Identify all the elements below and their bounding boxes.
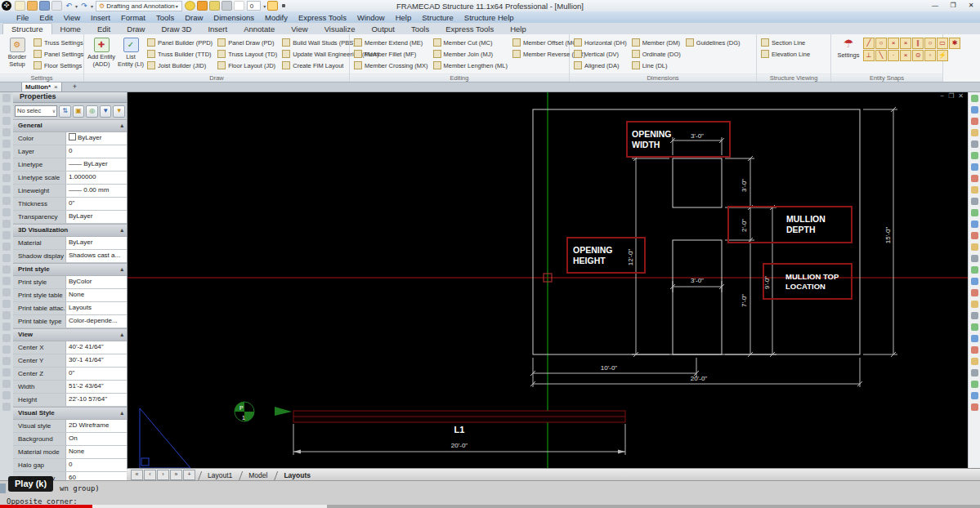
ribbon-tab[interactable]: Draw bbox=[119, 24, 153, 34]
snap-icon[interactable]: × bbox=[900, 38, 911, 49]
close-document-icon[interactable]: × bbox=[54, 82, 58, 91]
mdi-close-icon[interactable]: ✕ bbox=[958, 92, 964, 100]
property-value[interactable]: 51'-2 43/64" bbox=[65, 381, 127, 393]
ribbon-button[interactable]: Member Cut (MC) bbox=[432, 37, 511, 48]
property-value[interactable]: 22'-10 57/64" bbox=[65, 394, 127, 406]
property-value[interactable]: 0 bbox=[65, 145, 127, 158]
ribbon-button[interactable]: Panel Settings bbox=[32, 48, 87, 60]
new-document-tab-button[interactable]: + bbox=[70, 82, 79, 91]
ribbon-tab[interactable]: Help bbox=[502, 24, 535, 34]
menu-item[interactable]: File bbox=[16, 13, 29, 22]
ribbon-button[interactable]: Floor Layout (JD) bbox=[216, 60, 280, 71]
ribbon-button[interactable]: Line (DL) bbox=[630, 60, 684, 71]
command-history-icon[interactable] bbox=[0, 483, 6, 493]
save-icon[interactable] bbox=[39, 1, 50, 11]
plot-icon[interactable] bbox=[51, 1, 62, 11]
ribbon-button[interactable]: Aligned (DA) bbox=[572, 60, 630, 71]
ribbon-button[interactable]: Member Fillet (MF) bbox=[352, 48, 432, 60]
ribbon-button[interactable]: Member Crossing (MX) bbox=[352, 60, 432, 71]
property-value[interactable]: ByLayer bbox=[65, 211, 127, 223]
quick-select-icon[interactable]: ◎ bbox=[86, 105, 98, 118]
undo-icon[interactable]: ↶ bbox=[63, 2, 74, 10]
property-value[interactable]: On bbox=[65, 433, 127, 445]
section-header-3d-visualization[interactable]: 3D Visualization bbox=[13, 224, 127, 237]
lock-icon[interactable] bbox=[222, 1, 232, 11]
property-row[interactable]: Layer0 bbox=[13, 145, 127, 158]
right-toolbar[interactable] bbox=[968, 91, 980, 471]
property-row[interactable]: Linetype—— ByLayer bbox=[13, 158, 127, 172]
property-row[interactable]: Center Y30'-1 41/64" bbox=[13, 354, 127, 368]
layer-selector[interactable]: 0 bbox=[247, 1, 261, 11]
section-header-print-style[interactable]: Print style bbox=[13, 263, 127, 276]
property-row[interactable]: ColorByLayer bbox=[13, 132, 127, 145]
menu-item[interactable]: Structure Help bbox=[464, 13, 514, 22]
command-line-area[interactable]: wn group) Opposite corner: Play (k) bbox=[0, 480, 980, 508]
first-layout-icon[interactable]: « bbox=[131, 470, 143, 480]
snap-icon[interactable]: ◦ bbox=[924, 50, 936, 61]
property-value[interactable]: 40'-2 41/64" bbox=[65, 341, 127, 354]
menu-item[interactable]: Tools bbox=[156, 13, 174, 22]
property-value[interactable]: 2D Wireframe bbox=[65, 420, 127, 432]
minimize-button[interactable]: — bbox=[926, 0, 944, 11]
property-row[interactable]: Print style tableNone bbox=[13, 289, 127, 302]
mdi-minimize-icon[interactable]: − bbox=[940, 92, 944, 100]
snap-icon[interactable]: × bbox=[900, 50, 911, 61]
select-objects-icon[interactable]: ▣ bbox=[73, 105, 85, 118]
property-row[interactable]: Print table typeColor-depende... bbox=[13, 315, 127, 328]
property-row[interactable]: Print table attac...Layouts bbox=[13, 302, 127, 315]
ribbon-button[interactable]: Floor Settings bbox=[32, 60, 87, 71]
property-value[interactable]: ByColor bbox=[65, 276, 127, 288]
property-value[interactable]: Layouts bbox=[65, 302, 127, 314]
border-setup-button[interactable]: ⚙ Border Setup bbox=[2, 36, 32, 68]
ribbon-button[interactable]: Panel Draw (PD) bbox=[216, 37, 280, 48]
section-header-view[interactable]: View bbox=[13, 328, 127, 341]
open-file-icon[interactable] bbox=[27, 1, 38, 11]
ribbon-tab[interactable]: Home bbox=[52, 24, 89, 34]
section-header-visual-style[interactable]: Visual Style bbox=[13, 407, 127, 420]
property-row[interactable]: Height22'-10 57/64" bbox=[13, 394, 127, 407]
snap-icon[interactable]: ⊥ bbox=[863, 50, 875, 61]
add-entity-button[interactable]: ✚ Add Entity (ADD) bbox=[87, 36, 116, 68]
ribbon-tab[interactable]: Annotate bbox=[235, 24, 283, 34]
property-value[interactable]: —— ByLayer bbox=[65, 158, 127, 171]
restore-button[interactable]: ❐ bbox=[944, 0, 962, 11]
property-value[interactable]: Color-depende... bbox=[65, 315, 127, 328]
mdi-restore-icon[interactable]: ❐ bbox=[948, 92, 954, 100]
layout-tab[interactable]: Layouts bbox=[275, 470, 319, 481]
video-progress-played[interactable] bbox=[0, 505, 92, 508]
redo-dropdown-icon[interactable]: ▾ bbox=[91, 3, 93, 9]
ribbon-button[interactable]: Horizontal (DH) bbox=[572, 37, 630, 48]
ribbon-tab[interactable]: Insert bbox=[199, 24, 235, 34]
filter-blue-icon[interactable]: ▼ bbox=[100, 105, 112, 118]
property-row[interactable]: Thickness0" bbox=[13, 198, 127, 211]
ribbon-tab[interactable]: Output bbox=[363, 24, 403, 34]
undo-dropdown-icon[interactable]: ▾ bbox=[75, 3, 78, 9]
ribbon-button[interactable]: Ordinate (DO) bbox=[630, 48, 684, 60]
ribbon-button[interactable]: Member (DM) bbox=[630, 37, 684, 48]
workspace-selector[interactable]: ⚙ Drafting and Annotation ▾ bbox=[96, 1, 182, 11]
video-progress-track[interactable] bbox=[327, 505, 980, 508]
snap-icon[interactable]: ▭ bbox=[937, 38, 948, 49]
snap-icon[interactable]: ○ bbox=[924, 38, 936, 49]
menu-item[interactable]: Insert bbox=[91, 13, 110, 22]
menu-item[interactable]: Dimensions bbox=[213, 13, 254, 22]
snap-icon[interactable]: ⚡ bbox=[937, 50, 948, 61]
property-row[interactable]: Center X40'-2 41/64" bbox=[13, 341, 127, 354]
next-layout-icon[interactable]: › bbox=[157, 470, 169, 480]
menu-item[interactable]: Format bbox=[121, 13, 145, 22]
framecad-logo-icon[interactable]: ✣ bbox=[2, 1, 11, 11]
ribbon-tab[interactable]: Draw 3D bbox=[153, 24, 199, 34]
prev-layout-icon[interactable]: ‹ bbox=[144, 470, 156, 480]
property-value[interactable]: 30'-1 41/64" bbox=[65, 354, 127, 367]
snap-icon[interactable]: ╲ bbox=[875, 50, 887, 61]
sun-icon[interactable] bbox=[197, 1, 208, 11]
layout-tab[interactable]: Layout1 bbox=[199, 470, 240, 481]
section-header-general[interactable]: General bbox=[13, 119, 127, 132]
new-file-icon[interactable] bbox=[15, 1, 25, 11]
toggle-pickadd-icon[interactable]: ⇅ bbox=[59, 105, 71, 118]
menu-item[interactable]: Modify bbox=[265, 13, 288, 22]
property-value[interactable]: 60 bbox=[65, 472, 127, 480]
property-row[interactable]: Width51'-2 43/64" bbox=[13, 381, 127, 394]
toolbar-more-icon[interactable] bbox=[282, 4, 285, 7]
selection-dropdown[interactable]: No selec bbox=[15, 105, 57, 117]
